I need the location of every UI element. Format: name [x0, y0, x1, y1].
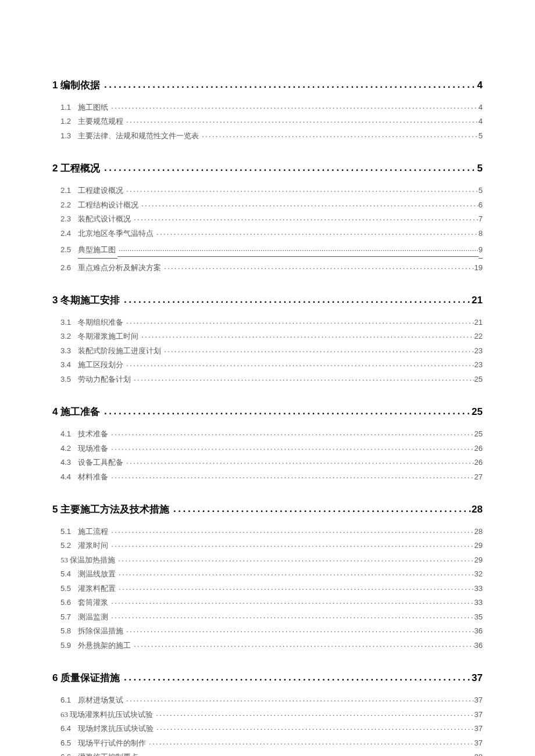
- toc-subsection[interactable]: 5.6套筒灌浆 33: [60, 596, 483, 610]
- toc-section-page: 4: [477, 78, 483, 92]
- toc-subsection-page: 4: [479, 101, 483, 115]
- toc-subsection-page: 36: [475, 639, 483, 653]
- toc-subsection[interactable]: 2.5典型施工图 9: [60, 243, 483, 259]
- toc-subsection[interactable]: 4.2现场准备 26: [60, 442, 483, 456]
- toc-subsection-page: 35: [475, 610, 483, 625]
- toc-subsection-page: 26: [475, 442, 483, 456]
- toc-leader-dots: [110, 524, 474, 538]
- toc-subsection-number: 6.5: [60, 736, 78, 751]
- toc-leader-dots: [123, 293, 472, 307]
- toc-subsection-page: 19: [475, 261, 483, 275]
- toc-leader-dots: [110, 609, 474, 624]
- toc-subsection-page: 23: [475, 344, 483, 359]
- toc-subsection[interactable]: 63 现场灌浆料抗压试块试验 37: [60, 708, 483, 722]
- toc-subsection-title: 现场封浆抗压试块试验: [78, 722, 155, 736]
- toc-subsection-page: 9: [479, 243, 483, 259]
- toc-subsection[interactable]: 1.3主要法律、法规和规范性文件一览表 5: [60, 129, 483, 144]
- toc-subsection[interactable]: 4.4材料准备 27: [60, 470, 483, 485]
- toc-subsection-page: 29: [475, 553, 483, 568]
- toc-subsection[interactable]: 2.3装配式设计概况 7: [60, 212, 483, 227]
- toc-subsection-title: 材料准备: [78, 470, 110, 485]
- toc-subsection-number: 3.1: [60, 316, 78, 330]
- toc-subsection-number: 4.2: [60, 442, 78, 456]
- toc-subsection-page: 32: [475, 567, 483, 582]
- toc-section-number: 3: [52, 293, 60, 307]
- toc-leader-dots: [148, 735, 474, 750]
- toc-subsection-number: 2.5: [60, 243, 78, 257]
- toc-leader-dots: [110, 99, 479, 114]
- toc-subsection[interactable]: 5.4测温线放置 32: [60, 567, 483, 582]
- toc-subsection[interactable]: 4.3设备工具配备 26: [60, 456, 483, 470]
- toc-leader-dots: [201, 128, 479, 142]
- toc-leader-dots: [117, 552, 475, 567]
- toc-subsection-number: 5.8: [60, 624, 78, 639]
- toc-section-heading[interactable]: 2 工程概况 5: [52, 162, 483, 175]
- toc-leader-dots: [125, 182, 479, 197]
- toc-leader-dots: [125, 454, 474, 469]
- toc-subsection[interactable]: 5.9外悬挑架的施工 36: [60, 639, 483, 653]
- toc-subsection[interactable]: 6.5现场平行试件的制作 37: [60, 736, 483, 751]
- toc-subsection[interactable]: 5.2灌浆时间 29: [60, 539, 483, 553]
- toc-subsection[interactable]: 6.6灌浆施工控制要点 38: [60, 750, 483, 756]
- toc-subsection[interactable]: 2.4北京地区冬季气温特点 8: [60, 227, 483, 241]
- toc-subsection[interactable]: 4.1技术准备 25: [60, 427, 483, 442]
- toc-section-heading[interactable]: 4 施工准备 25: [52, 405, 483, 419]
- toc-section-title: 施工准备: [60, 405, 103, 419]
- toc-subsection-title: 设备工具配备: [78, 456, 125, 470]
- toc-subsection-page: 36: [475, 624, 483, 639]
- toc-leader-dots: [110, 538, 474, 552]
- toc-subsection[interactable]: 3.3装配式阶段施工进度计划 23: [60, 344, 483, 359]
- toc-subsection[interactable]: 3.1冬期组织准备 21: [60, 316, 483, 330]
- toc-section-heading[interactable]: 1 编制依据 4: [52, 78, 483, 92]
- toc-section-heading[interactable]: 6 质量保证措施 37: [52, 671, 483, 685]
- toc-leader-dots: [110, 440, 474, 455]
- toc-subsection[interactable]: 2.1工程建设概况 5: [60, 184, 483, 198]
- toc-subsection[interactable]: 6.4现场封浆抗压试块试验 37: [60, 722, 483, 736]
- toc-subsection-page: 33: [475, 596, 483, 610]
- toc-section-heading[interactable]: 3 冬期施工安排 21: [52, 293, 483, 307]
- toc-subsection-page: 37: [475, 693, 483, 708]
- toc-subsection-number: 5.6: [60, 596, 78, 610]
- toc-leader-dots: [140, 749, 474, 756]
- toc-subsection[interactable]: 2.2工程结构设计概况 6: [60, 198, 483, 213]
- toc-subsection[interactable]: 5.8拆除保温措施 36: [60, 624, 483, 639]
- toc-leader-dots: [125, 623, 474, 637]
- toc-subsection[interactable]: 5.7测温监测 35: [60, 610, 483, 625]
- toc-subsection-title: 北京地区冬季气温特点: [78, 227, 155, 241]
- toc-subsection-title: 冬期灌浆施工时间: [78, 329, 140, 344]
- toc-subsection-title: 重点难点分析及解决方案: [78, 261, 163, 275]
- toc-subsection[interactable]: 53 保温加热措施 29: [60, 553, 483, 568]
- toc-subsection-title: 工程建设概况: [78, 184, 125, 198]
- toc-subsection-page: 25: [475, 372, 483, 387]
- toc-subsection[interactable]: 1.1施工图纸 4: [60, 101, 483, 115]
- toc-subsection[interactable]: 1.2主要规范规程 4: [60, 114, 483, 129]
- toc-leader-dots: [163, 343, 474, 357]
- toc-subsection[interactable]: 5.5灌浆料配置 33: [60, 582, 483, 596]
- toc-subsection[interactable]: 3.2冬期灌浆施工时间 22: [60, 329, 483, 344]
- toc-subsection-title: 施工图纸: [78, 101, 110, 115]
- toc-subsection-number: 6.1: [60, 693, 78, 708]
- toc-subsection-title: 施工流程: [78, 525, 110, 539]
- toc-subsection[interactable]: 3.5劳动力配备计划 25: [60, 372, 483, 387]
- toc-leader-dots: [117, 581, 474, 595]
- toc-section-number: 5: [52, 503, 60, 517]
- toc-subsection[interactable]: 5.1施工流程 28: [60, 525, 483, 539]
- toc-subsection-title: 原材进场复试: [78, 693, 125, 708]
- toc-leader-dots: [125, 692, 474, 707]
- toc-leader-dots: [133, 637, 474, 652]
- toc-subsection[interactable]: 6.1原材进场复试 37: [60, 693, 483, 708]
- toc-subsection-number: 3.4: [60, 358, 78, 372]
- toc-leader-dots: [110, 594, 474, 609]
- toc-leader-dots: [140, 328, 474, 343]
- toc-subsection-number: 4.1: [60, 427, 78, 442]
- toc-section-number: 6: [52, 671, 60, 685]
- toc-subsection[interactable]: 3.4施工区段划分 23: [60, 358, 483, 372]
- toc-subsection-page: 27: [475, 470, 483, 485]
- toc-subsection-page: 5: [479, 129, 483, 144]
- toc-subsection-title: 现场平行试件的制作: [78, 736, 148, 751]
- toc-leader-dots: [172, 502, 472, 516]
- toc-subsection-page: 38: [475, 750, 483, 756]
- toc-subsection-number: 4.3: [60, 456, 78, 470]
- toc-subsection[interactable]: 2.6重点难点分析及解决方案 19: [60, 261, 483, 275]
- toc-section-heading[interactable]: 5 主要施工方法及技术措施 28: [52, 503, 483, 517]
